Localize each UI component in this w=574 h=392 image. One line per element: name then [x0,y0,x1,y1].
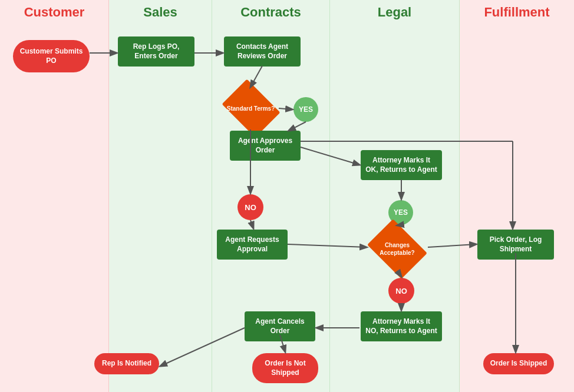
no-circle-1: NO [237,194,263,220]
standard-terms-label: Standard Terms? [227,105,275,112]
changes-acceptable-diamond-wrapper: Changes Acceptable? [368,227,427,271]
swimlane-header-customer: Customer [0,0,108,25]
swimlane-header-sales: Sales [109,0,212,25]
attorney-marks-ok: Attorney Marks It OK, Returns to Agent [361,150,442,180]
order-not-shipped: Order Is Not Shipped [252,353,318,383]
agent-requests-approval: Agent Requests Approval [217,230,288,260]
order-is-shipped: Order Is Shipped [483,353,554,374]
agent-cancels-order: Agent Cancels Order [245,311,315,341]
rep-is-notified: Rep Is Notified [94,353,159,374]
no-circle-2: NO [388,278,414,304]
rep-logs-po: Rep Logs PO, Enters Order [118,36,194,67]
yes-circle-1: YES [293,97,318,122]
contacts-agent-reviews: Contacts Agent Reviews Order [224,36,301,67]
standard-terms-diamond-wrapper: Standard Terms? [223,87,279,129]
customer-submits-po: Customer Submits PO [13,40,90,72]
attorney-marks-no: Attorney Marks It NO, Returns to Agent [361,311,442,341]
swimlane-header-contracts: Contracts [212,0,329,25]
swimlane-header-legal: Legal [330,0,459,25]
changes-acceptable-label: Changes Acceptable? [368,241,427,257]
pick-order-log-shipment: Pick Order, Log Shipment [477,230,554,260]
swimlane-header-fulfillment: Fulfillment [460,0,574,25]
agent-approves-order: Agent Approves Order [230,131,301,161]
swimlane-fulfillment: Fulfillment [460,0,574,392]
